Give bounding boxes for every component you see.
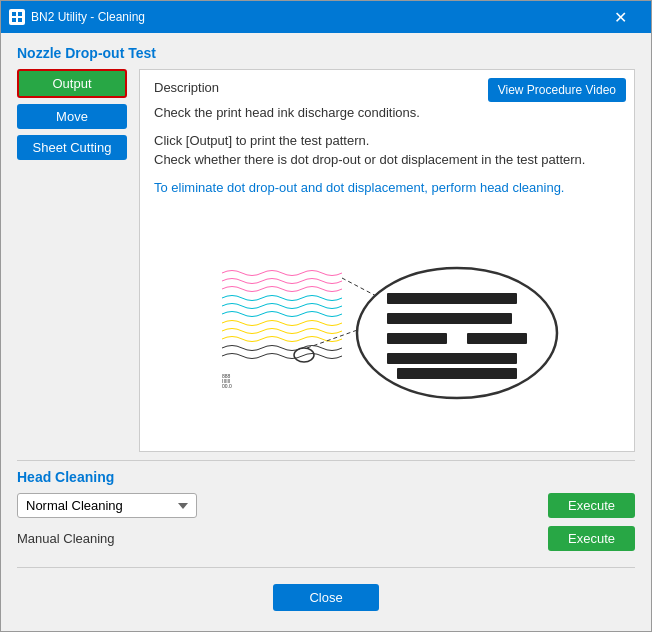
close-button[interactable]: Close <box>273 584 378 611</box>
svg-rect-15 <box>467 333 527 344</box>
svg-rect-3 <box>18 18 22 22</box>
main-window: BN2 Utility - Cleaning ✕ Nozzle Drop-out… <box>0 0 652 632</box>
close-window-button[interactable]: ✕ <box>597 1 643 33</box>
description-panel: Description View Procedure Video Check t… <box>139 69 635 452</box>
view-procedure-video-button[interactable]: View Procedure Video <box>488 78 626 102</box>
move-button[interactable]: Move <box>17 104 127 129</box>
svg-rect-2 <box>12 18 16 22</box>
window-body: Nozzle Drop-out Test Output Move Sheet C… <box>1 33 651 631</box>
test-pattern-lines: 888 IIIIII 00.0 <box>222 271 342 390</box>
title-bar: BN2 Utility - Cleaning ✕ <box>1 1 651 33</box>
manual-cleaning-label: Manual Cleaning <box>17 531 137 546</box>
app-icon <box>9 9 25 25</box>
desc-line3: Check whether there is dot drop-out or d… <box>154 150 620 170</box>
svg-rect-13 <box>412 313 512 324</box>
svg-rect-11 <box>387 293 517 304</box>
desc-line2: Click [Output] to print the test pattern… <box>154 131 620 151</box>
svg-rect-1 <box>18 12 22 16</box>
footer-row: Close <box>17 584 635 619</box>
desc-lines-group: Click [Output] to print the test pattern… <box>154 131 620 170</box>
normal-cleaning-row: Normal Cleaning Execute <box>17 493 635 518</box>
svg-rect-14 <box>387 333 447 344</box>
footer-divider <box>17 567 635 568</box>
section-divider <box>17 460 635 461</box>
sheet-cutting-button[interactable]: Sheet Cutting <box>17 135 127 160</box>
output-button[interactable]: Output <box>17 69 127 98</box>
nozzle-diagram: 888 IIIIII 00.0 <box>154 205 620 441</box>
head-cleaning-section: Head Cleaning Normal Cleaning Execute Ma… <box>17 469 635 559</box>
manual-cleaning-row: Manual Cleaning Execute <box>17 526 635 551</box>
svg-rect-16 <box>387 353 517 364</box>
head-cleaning-heading: Head Cleaning <box>17 469 635 485</box>
manual-cleaning-execute-button[interactable]: Execute <box>548 526 635 551</box>
svg-rect-0 <box>12 12 16 16</box>
nozzle-section: Output Move Sheet Cutting Description Vi… <box>17 69 635 452</box>
normal-cleaning-select[interactable]: Normal Cleaning <box>17 493 197 518</box>
svg-text:00.0: 00.0 <box>222 383 232 389</box>
svg-rect-17 <box>397 368 517 379</box>
left-panel: Output Move Sheet Cutting <box>17 69 127 452</box>
window-title: BN2 Utility - Cleaning <box>31 10 597 24</box>
normal-cleaning-execute-button[interactable]: Execute <box>548 493 635 518</box>
title-bar-controls: ✕ <box>597 1 643 33</box>
desc-line4: To eliminate dot drop-out and dot displa… <box>154 178 620 198</box>
desc-line1: Check the print head ink discharge condi… <box>154 103 620 123</box>
nozzle-section-heading: Nozzle Drop-out Test <box>17 45 635 61</box>
